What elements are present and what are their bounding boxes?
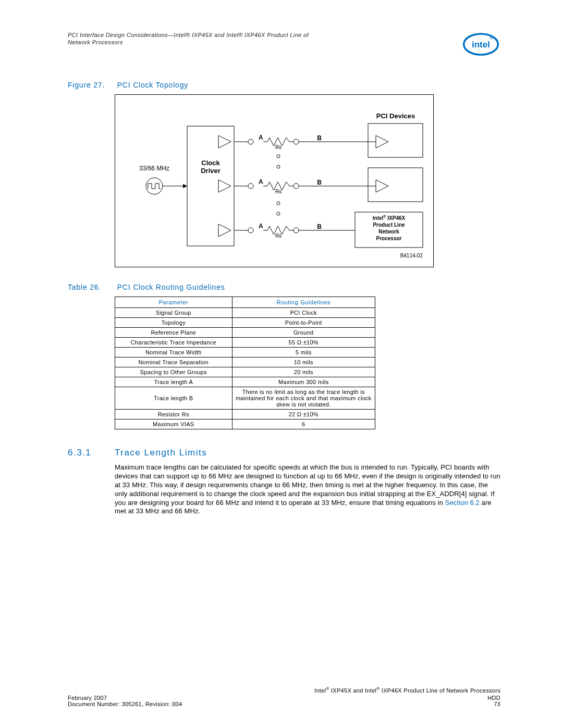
svg-text:A: A [259,223,263,230]
svg-point-21 [277,155,280,158]
footer-hdd: HDD [487,695,500,701]
cell-value: PCI Clock [232,308,375,318]
cell-parameter: Spacing to Other Groups [115,367,232,377]
svg-text:Network: Network [378,229,399,235]
table-row: Characteristic Trace Impedance55 Ω ±10% [115,338,375,348]
pci-clock-routing-table: Parameter Routing Guidelines Signal Grou… [115,297,375,429]
svg-text:PCI Devices: PCI Devices [376,112,415,120]
page-header: PCI Interface Design Considerations—Inte… [68,31,500,57]
svg-text:intel: intel [472,39,490,50]
svg-text:A: A [259,134,263,141]
svg-point-27 [293,183,299,189]
svg-text:R: R [491,38,492,40]
footer-product: Intel® IXP45X and Intel® IXP46X Product … [314,686,500,694]
svg-point-5 [146,178,163,194]
cell-value: 20 mils [232,367,375,377]
cell-value: 6 [232,419,375,429]
table-row: Spacing to Other Groups20 mils [115,367,375,377]
svg-point-15 [248,139,253,144]
svg-text:B: B [317,134,322,142]
figure-title: PCI Clock Topology [117,81,188,89]
svg-text:33/66 MHz: 33/66 MHz [139,165,169,172]
cell-parameter: Resistor Rs [115,410,232,419]
svg-text:Clock: Clock [201,159,220,167]
figure-caption: Figure 27. PCI Clock Topology [68,81,500,89]
svg-text:Processor: Processor [376,236,402,241]
header-line2: Network Processors [68,39,123,45]
col-guidelines: Routing Guidelines [232,297,375,308]
cell-value: Ground [232,328,375,338]
svg-text:Intel® IXP46X: Intel® IXP46X [373,215,406,221]
figure-label: Figure 27. [68,81,115,89]
table-row: TopologyPoint-to-Point [115,318,375,328]
footer-date: February 2007 [68,695,107,701]
svg-point-36 [293,228,299,233]
cell-parameter: Topology [115,318,232,328]
section-body: Maximum trace lengths can be calculated … [115,463,500,516]
cell-parameter: Signal Group [115,308,232,318]
section-title: Trace Length Limits [115,448,207,458]
pci-clock-topology-diagram: 33/66 MHz Clock Driver A [115,94,434,267]
footer-pagenum: 73 [494,701,500,707]
svg-rect-8 [187,126,234,246]
col-parameter: Parameter [115,297,232,308]
svg-text:B: B [317,223,322,230]
page-footer: Intel® IXP45X and Intel® IXP46X Product … [68,686,500,707]
cell-parameter: Maximum VIAS [115,419,232,429]
svg-point-22 [277,165,280,168]
svg-marker-7 [183,184,187,188]
cell-value: 55 Ω ±10% [232,338,375,348]
cell-parameter: Nominal Trace Separation [115,357,232,367]
cell-parameter: Reference Plane [115,328,232,338]
svg-rect-40 [368,124,423,157]
header-line1: PCI Interface Design Considerations—Inte… [68,32,309,38]
body-pre: Maximum trace lengths can be calculated … [115,463,500,507]
svg-point-33 [248,228,253,233]
table-row: Nominal Trace Separation10 mils [115,357,375,367]
table-row: Maximum VIAS6 [115,419,375,429]
svg-rect-43 [368,168,423,202]
table-row: Reference PlaneGround [115,328,375,338]
svg-text:B: B [317,179,322,186]
cell-value: There is no limit as long as the trace l… [232,387,375,410]
svg-point-31 [277,212,280,215]
svg-text:Driver: Driver [201,167,221,175]
svg-text:Rs: Rs [275,144,282,150]
svg-point-24 [248,183,253,189]
table-title-text: PCI Clock Routing Guidelines [117,283,225,291]
svg-point-30 [277,202,280,205]
table-caption: Table 26. PCI Clock Routing Guidelines [68,283,500,291]
svg-text:Rs: Rs [275,189,282,194]
svg-text:B4114-02: B4114-02 [400,253,423,258]
cell-parameter: Characteristic Trace Impedance [115,338,232,348]
footer-docnum: Document Number: 305261, Revision: 004 [68,701,182,707]
table-row: Nominal Trace Width5 mils [115,348,375,357]
svg-marker-11 [218,135,231,148]
svg-text:A: A [259,178,263,186]
cell-value: 10 mils [232,357,375,367]
intel-logo: intel R [461,31,500,57]
svg-marker-12 [218,180,231,192]
svg-marker-13 [218,224,231,237]
cell-parameter: Trace length B [115,387,232,410]
table-row: Resistor Rs22 Ω ±10% [115,410,375,419]
cell-parameter: Nominal Trace Width [115,348,232,357]
cell-value: Point-to-Point [232,318,375,328]
section-link[interactable]: Section 6.2 [445,499,480,507]
cell-value: Maximum 300 mils [232,377,375,387]
cell-parameter: Trace length A [115,377,232,387]
svg-point-18 [293,139,299,144]
svg-marker-44 [376,180,388,192]
svg-marker-41 [376,135,388,148]
table-row: Trace length BThere is no limit as long … [115,387,375,410]
svg-text:Product Line: Product Line [373,222,405,228]
section-number: 6.3.1 [68,448,115,458]
cell-value: 22 Ω ±10% [232,410,375,419]
table-row: Signal GroupPCI Clock [115,308,375,318]
table-row: Trace length AMaximum 300 mils [115,377,375,387]
cell-value: 5 mils [232,348,375,357]
svg-text:Rs: Rs [275,233,282,239]
table-label: Table 26. [68,283,115,291]
section-heading: 6.3.1 Trace Length Limits [68,448,500,458]
header-title: PCI Interface Design Considerations—Inte… [68,31,309,46]
